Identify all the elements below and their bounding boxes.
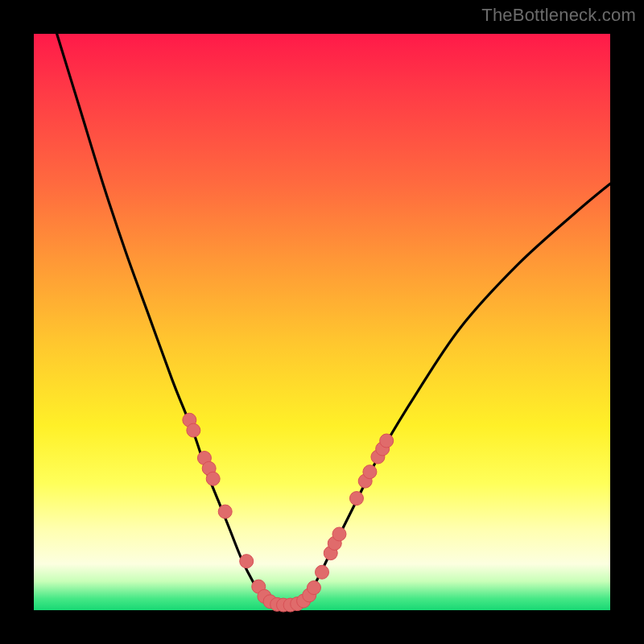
watermark-text: TheBottleneck.com: [481, 5, 636, 26]
chart-svg: [34, 34, 610, 610]
data-dot: [316, 565, 329, 579]
data-dot: [363, 465, 377, 479]
data-dot: [206, 472, 220, 485]
bottleneck-curve: [57, 34, 610, 605]
dot-layer: [183, 413, 394, 612]
plot-area: [34, 34, 610, 610]
data-dot: [187, 423, 200, 437]
chart-stage: TheBottleneck.com: [0, 0, 644, 644]
data-dot: [349, 492, 363, 506]
data-dot: [240, 555, 254, 568]
data-dot: [218, 505, 232, 518]
curve-layer: [57, 34, 610, 605]
data-dot: [332, 527, 346, 541]
data-dot: [307, 581, 320, 595]
data-dot: [380, 434, 394, 448]
